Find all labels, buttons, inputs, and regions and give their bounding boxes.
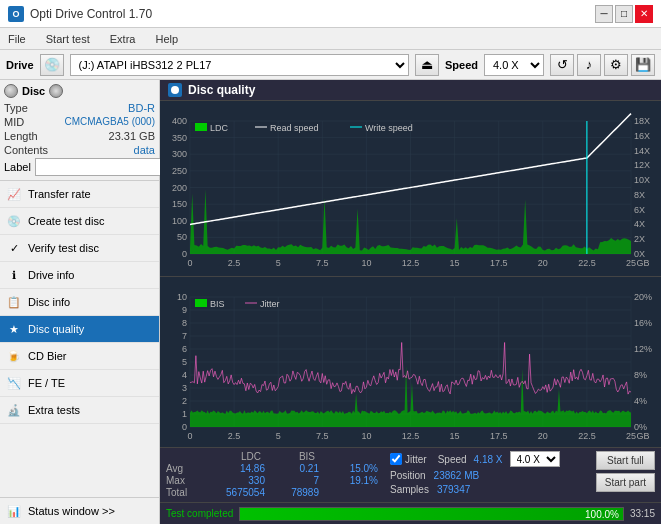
disc-contents-label: Contents <box>4 144 48 156</box>
stats-row-total: Total 5675054 78989 <box>166 487 378 498</box>
total-label: Total <box>166 487 201 498</box>
sidebar-item-cd-bier[interactable]: 🍺 CD Bier <box>0 343 159 370</box>
progress-fill <box>240 508 623 520</box>
status-window-icon: 📊 <box>6 503 22 519</box>
transfer-rate-label: Transfer rate <box>28 188 91 200</box>
verify-disc-icon: ✓ <box>6 240 22 256</box>
create-disc-label: Create test disc <box>28 215 104 227</box>
drive-icon: 💿 <box>40 54 64 76</box>
nav-items: 📈 Transfer rate 💿 Create test disc ✓ Ver… <box>0 181 159 497</box>
disc-length-label: Length <box>4 130 38 142</box>
extra-tests-icon: 🔬 <box>6 402 22 418</box>
disc-icon <box>4 84 18 98</box>
disc-quality-title: Disc quality <box>188 83 255 97</box>
drive-select[interactable]: (J:) ATAPI iHBS312 2 PL17 <box>70 54 409 76</box>
dq-icon <box>168 83 182 97</box>
refresh-button[interactable]: ↺ <box>550 54 574 76</box>
speed-label: Speed <box>445 59 478 71</box>
chart1 <box>160 101 661 277</box>
sidebar-item-disc-info[interactable]: 📋 Disc info <box>0 289 159 316</box>
samples-row: Samples 379347 <box>390 484 588 495</box>
menu-start-test[interactable]: Start test <box>42 32 94 46</box>
drive-bar: Drive 💿 (J:) ATAPI iHBS312 2 PL17 ⏏ Spee… <box>0 50 661 80</box>
total-jitter <box>323 487 378 498</box>
save-button[interactable]: 💾 <box>631 54 655 76</box>
stats-table: LDC BIS Avg 14.86 0.21 15.0% Max 330 7 1… <box>166 451 378 499</box>
cd-bier-label: CD Bier <box>28 350 67 362</box>
stats-col-headers: LDC BIS <box>166 451 378 462</box>
sidebar-item-disc-quality[interactable]: ★ Disc quality <box>0 316 159 343</box>
drive-info-label: Drive info <box>28 269 74 281</box>
drive-label: Drive <box>6 59 34 71</box>
start-buttons: Start full Start part <box>596 451 655 492</box>
fe-te-icon: 📉 <box>6 375 22 391</box>
jitter-checkbox[interactable] <box>390 453 402 465</box>
samples-value: 379347 <box>437 484 470 495</box>
col-bis-header: BIS <box>265 451 315 462</box>
disc-length-row: Length 23.31 GB <box>4 130 155 142</box>
sidebar-item-transfer-rate[interactable]: 📈 Transfer rate <box>0 181 159 208</box>
disc-title: Disc <box>22 85 45 97</box>
disc-panel: Disc Type BD-R MID CMCMAGBA5 (000) Lengt… <box>0 80 159 181</box>
menu-bar: File Start test Extra Help <box>0 28 661 50</box>
avg-jitter: 15.0% <box>323 463 378 474</box>
col-ldc-header: LDC <box>201 451 261 462</box>
maximize-button[interactable]: □ <box>615 5 633 23</box>
eject-button[interactable]: ⏏ <box>415 54 439 76</box>
speed-select-mini[interactable]: 4.0 X <box>510 451 560 467</box>
speed-label-display: Speed <box>438 454 467 465</box>
disc-contents-value: data <box>134 144 155 156</box>
jitter-checkbox-row: Jitter Speed 4.18 X 4.0 X <box>390 451 588 467</box>
avg-ldc: 14.86 <box>205 463 265 474</box>
disc-label-row: Label ⚙ <box>4 158 155 176</box>
sidebar-item-fe-te[interactable]: 📉 FE / TE <box>0 370 159 397</box>
speed-select[interactable]: 4.0 X 8.0 X <box>484 54 544 76</box>
speed-value-display: 4.18 X <box>474 454 503 465</box>
progress-bar-row: Test completed 100.0% 33:15 <box>160 502 661 524</box>
disc-info-label: Disc info <box>28 296 70 308</box>
disc-length-value: 23.31 GB <box>109 130 155 142</box>
sidebar-item-drive-info[interactable]: ℹ Drive info <box>0 262 159 289</box>
settings-button[interactable]: ⚙ <box>604 54 628 76</box>
total-ldc: 5675054 <box>205 487 265 498</box>
sidebar-item-create-test-disc[interactable]: 💿 Create test disc <box>0 208 159 235</box>
title-bar: O Opti Drive Control 1.70 ─ □ ✕ <box>0 0 661 28</box>
stats-row-max: Max 330 7 19.1% <box>166 475 378 486</box>
svg-point-0 <box>171 86 179 94</box>
progress-bar: 100.0% <box>239 507 624 521</box>
menu-file[interactable]: File <box>4 32 30 46</box>
media-button[interactable]: ♪ <box>577 54 601 76</box>
max-label: Max <box>166 475 201 486</box>
avg-bis: 0.21 <box>269 463 319 474</box>
sidebar-item-extra-tests[interactable]: 🔬 Extra tests <box>0 397 159 424</box>
disc-label-input[interactable] <box>35 158 168 176</box>
start-part-button[interactable]: Start part <box>596 473 655 492</box>
samples-label: Samples <box>390 484 429 495</box>
disc-quality-icon: ★ <box>6 321 22 337</box>
main-content: Disc Type BD-R MID CMCMAGBA5 (000) Lengt… <box>0 80 661 524</box>
sidebar-item-verify-test-disc[interactable]: ✓ Verify test disc <box>0 235 159 262</box>
max-jitter: 19.1% <box>323 475 378 486</box>
disc-mid-label: MID <box>4 116 24 128</box>
stats-row-avg: Avg 14.86 0.21 15.0% <box>166 463 378 474</box>
disc-label-label: Label <box>4 161 31 173</box>
status-text: Test completed <box>166 508 233 519</box>
start-full-button[interactable]: Start full <box>596 451 655 470</box>
progress-percent: 100.0% <box>585 508 619 519</box>
menu-help[interactable]: Help <box>151 32 182 46</box>
chart2-canvas <box>160 277 661 447</box>
create-disc-icon: 💿 <box>6 213 22 229</box>
position-value: 23862 MB <box>434 470 480 481</box>
status-window-button[interactable]: 📊 Status window >> <box>0 497 159 524</box>
sidebar: Disc Type BD-R MID CMCMAGBA5 (000) Lengt… <box>0 80 160 524</box>
disc-info-icon: 📋 <box>6 294 22 310</box>
cd-bier-icon: 🍺 <box>6 348 22 364</box>
close-button[interactable]: ✕ <box>635 5 653 23</box>
minimize-button[interactable]: ─ <box>595 5 613 23</box>
menu-extra[interactable]: Extra <box>106 32 140 46</box>
chart1-canvas <box>160 101 661 274</box>
fe-te-label: FE / TE <box>28 377 65 389</box>
disc-type-label: Type <box>4 102 28 114</box>
disc-type-value: BD-R <box>128 102 155 114</box>
drive-info-icon: ℹ <box>6 267 22 283</box>
